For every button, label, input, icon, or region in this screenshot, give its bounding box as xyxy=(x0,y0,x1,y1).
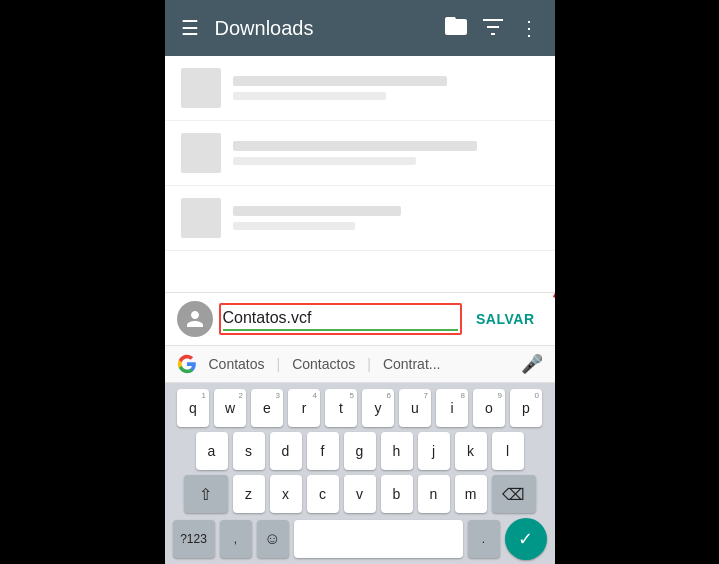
key-o[interactable]: o9 xyxy=(473,389,505,427)
svg-rect-1 xyxy=(487,26,499,28)
menu-icon[interactable]: ☰ xyxy=(181,16,199,40)
file-name-bar xyxy=(233,206,401,216)
contact-avatar xyxy=(177,301,213,337)
key-u[interactable]: u7 xyxy=(399,389,431,427)
file-info xyxy=(233,206,539,230)
key-r[interactable]: r4 xyxy=(288,389,320,427)
more-icon[interactable]: ⋮ xyxy=(519,16,539,40)
google-icon xyxy=(177,354,197,374)
rename-input-wrap xyxy=(223,307,459,331)
key-m[interactable]: m xyxy=(455,475,487,513)
top-bar-actions: ⋮ xyxy=(445,15,539,41)
folder-icon[interactable] xyxy=(445,15,467,41)
top-bar: ☰ Downloads ⋮ xyxy=(165,0,555,56)
key-k[interactable]: k xyxy=(455,432,487,470)
suggestion-2[interactable]: Contactos xyxy=(284,352,363,376)
file-thumbnail xyxy=(181,133,221,173)
file-meta-bar xyxy=(233,222,355,230)
key-s[interactable]: s xyxy=(233,432,265,470)
keyboard-row-2: a s d f g h j k l xyxy=(169,432,551,470)
period-key[interactable]: . xyxy=(468,520,500,558)
key-q[interactable]: q1 xyxy=(177,389,209,427)
key-j[interactable]: j xyxy=(418,432,450,470)
file-item xyxy=(165,186,555,251)
key-y[interactable]: y6 xyxy=(362,389,394,427)
file-thumbnail xyxy=(181,198,221,238)
num-switch-key[interactable]: ?123 xyxy=(173,520,215,558)
key-x[interactable]: x xyxy=(270,475,302,513)
key-d[interactable]: d xyxy=(270,432,302,470)
svg-rect-2 xyxy=(491,33,495,35)
comma-key[interactable]: , xyxy=(220,520,252,558)
file-meta-bar xyxy=(233,92,386,100)
file-info xyxy=(233,76,539,100)
file-name-bar xyxy=(233,141,478,151)
file-thumbnail xyxy=(181,68,221,108)
key-n[interactable]: n xyxy=(418,475,450,513)
file-item xyxy=(165,121,555,186)
key-b[interactable]: b xyxy=(381,475,413,513)
delete-key[interactable]: ⌫ xyxy=(492,475,536,513)
key-i[interactable]: i8 xyxy=(436,389,468,427)
rename-row: SALVAR xyxy=(165,292,555,346)
emoji-key[interactable]: ☺ xyxy=(257,520,289,558)
space-key[interactable] xyxy=(294,520,463,558)
key-a[interactable]: a xyxy=(196,432,228,470)
key-z[interactable]: z xyxy=(233,475,265,513)
key-h[interactable]: h xyxy=(381,432,413,470)
file-meta-bar xyxy=(233,157,417,165)
shift-key[interactable]: ⇧ xyxy=(184,475,228,513)
key-p[interactable]: p0 xyxy=(510,389,542,427)
key-v[interactable]: v xyxy=(344,475,376,513)
keyboard-row-4: ?123 , ☺ . ✓ xyxy=(169,518,551,560)
svg-rect-0 xyxy=(483,19,503,21)
enter-key[interactable]: ✓ xyxy=(505,518,547,560)
file-item xyxy=(165,56,555,121)
page-title: Downloads xyxy=(215,17,429,40)
file-list-area xyxy=(165,56,555,292)
file-info xyxy=(233,141,539,165)
keyboard-row-1: q1 w2 e3 r4 t5 y6 u7 i8 o9 p0 xyxy=(169,389,551,427)
key-e[interactable]: e3 xyxy=(251,389,283,427)
filename-input[interactable] xyxy=(223,307,459,331)
suggestion-3[interactable]: Contrat... xyxy=(375,352,449,376)
keyboard-row-3: ⇧ z x c v b n m ⌫ xyxy=(169,475,551,513)
key-f[interactable]: f xyxy=(307,432,339,470)
suggestion-1[interactable]: Contatos xyxy=(201,352,273,376)
keyboard: q1 w2 e3 r4 t5 y6 u7 i8 o9 p0 a s d f g … xyxy=(165,383,555,564)
mic-icon[interactable]: 🎤 xyxy=(521,353,543,375)
key-g[interactable]: g xyxy=(344,432,376,470)
key-t[interactable]: t5 xyxy=(325,389,357,427)
suggestions-bar: Contatos | Contactos | Contrat... 🎤 xyxy=(165,346,555,383)
key-w[interactable]: w2 xyxy=(214,389,246,427)
key-c[interactable]: c xyxy=(307,475,339,513)
save-button[interactable]: SALVAR xyxy=(468,307,542,331)
file-name-bar xyxy=(233,76,447,86)
key-l[interactable]: l xyxy=(492,432,524,470)
phone-screen: ☰ Downloads ⋮ xyxy=(165,0,555,564)
sort-icon[interactable] xyxy=(483,17,503,40)
